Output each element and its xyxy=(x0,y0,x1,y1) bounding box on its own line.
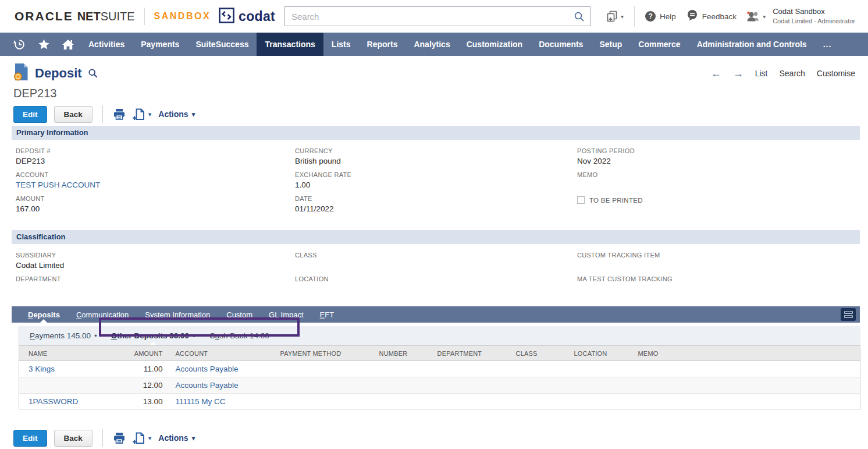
edit-button[interactable]: Edit xyxy=(13,430,47,447)
subtab-other-deposits[interactable]: Other Deposits 36.00 xyxy=(104,326,202,345)
nav-item-more[interactable]: ... xyxy=(815,33,840,56)
account-switcher[interactable]: Codat Sandbox Codat Limited - Administra… xyxy=(773,7,855,25)
nav-item-administration[interactable]: Administration and Controls xyxy=(689,33,815,56)
search-icon[interactable] xyxy=(574,11,585,24)
codat-wordmark: codat xyxy=(239,9,275,24)
col-location: LOCATION xyxy=(566,346,630,361)
actions-label: Actions xyxy=(158,109,188,119)
tab-custom[interactable]: Custom xyxy=(218,306,261,323)
shortcuts-star-icon[interactable] xyxy=(31,33,56,56)
deposit-record-icon xyxy=(13,63,29,83)
toggle-view-icon[interactable] xyxy=(841,308,856,321)
account-role: Codat Limited - Administrator xyxy=(773,17,855,25)
save-as-new-icon[interactable] xyxy=(133,432,152,444)
other-deposits-table: NAME AMOUNT ACCOUNT PAYMENT METHOD NUMBE… xyxy=(19,345,860,410)
help-menu[interactable]: Help xyxy=(645,11,676,22)
nav-item-suitesuccess[interactable]: SuiteSuccess xyxy=(187,33,257,56)
record-search-icon[interactable] xyxy=(88,68,98,80)
feedback-icon xyxy=(686,9,698,23)
codat-icon xyxy=(219,8,234,26)
subtab-payments[interactable]: Payments 145.00 xyxy=(23,326,104,345)
table-row[interactable]: 12.00 Accounts Payable xyxy=(19,377,860,394)
print-icon[interactable] xyxy=(113,108,126,121)
col-name: NAME xyxy=(19,346,127,361)
field-currency: CURRENCY British pound xyxy=(295,147,577,166)
field-class: CLASS xyxy=(295,252,577,270)
customise-link[interactable]: Customise xyxy=(817,69,855,78)
help-label: Help xyxy=(660,12,676,21)
global-search xyxy=(284,6,590,26)
save-as-new-icon[interactable] xyxy=(133,108,152,121)
sandbox-label: SANDBOX xyxy=(154,11,211,22)
global-search-input[interactable] xyxy=(285,12,590,22)
list-link[interactable]: List xyxy=(755,69,768,78)
divider xyxy=(634,6,635,27)
nav-item-commerce[interactable]: Commerce xyxy=(630,33,688,56)
nav-item-setup[interactable]: Setup xyxy=(591,33,630,56)
classification-fields: SUBSIDIARY Codat Limited DEPARTMENT CLAS… xyxy=(0,244,868,299)
table-row[interactable]: 3 Kings 11.00 Accounts Payable xyxy=(19,361,860,377)
tab-system-information[interactable]: System Information xyxy=(137,306,218,323)
tab-communication[interactable]: Communication xyxy=(68,306,137,323)
account-link[interactable]: Accounts Payable xyxy=(176,365,239,373)
deposits-subtabbar: Payments 145.00 Other Deposits 36.00 Cas… xyxy=(18,326,860,345)
col-class: CLASS xyxy=(508,346,566,361)
table-row[interactable]: 1PASSWORD 13.00 111115 My CC xyxy=(19,394,860,410)
nav-item-documents[interactable]: Documents xyxy=(531,33,591,56)
deposit-page: Deposit List Search Customise DEP213 Edi… xyxy=(0,56,868,447)
field-custom-tracking-item: CUSTOM TRACKING ITEM xyxy=(577,252,868,270)
nav-item-payments[interactable]: Payments xyxy=(133,33,187,56)
actions-menu[interactable]: Actions xyxy=(158,433,195,443)
tab-deposits[interactable]: Deposits xyxy=(20,306,68,323)
back-button[interactable]: Back xyxy=(54,106,93,123)
field-ma-test-custom-tracking: MA TEST CUSTOM TRACKING xyxy=(577,275,868,294)
col-number: NUMBER xyxy=(371,346,429,361)
to-be-printed-checkbox[interactable] xyxy=(577,196,585,204)
record-toolbar-bottom: Edit Back Actions xyxy=(13,429,868,447)
previous-record-arrow-icon[interactable] xyxy=(711,68,721,79)
field-memo: MEMO xyxy=(577,171,868,190)
field-subsidiary: SUBSIDIARY Codat Limited xyxy=(16,252,295,270)
divider xyxy=(144,8,145,25)
back-button[interactable]: Back xyxy=(54,430,93,447)
help-icon xyxy=(645,11,656,22)
oracle-netsuite-logo: ORACLE NETSUITE xyxy=(15,9,135,23)
print-icon[interactable] xyxy=(113,432,126,444)
nav-item-lists[interactable]: Lists xyxy=(323,33,359,56)
primary-information-header: Primary Information xyxy=(12,126,860,140)
nav-item-reports[interactable]: Reports xyxy=(359,33,406,56)
name-link[interactable]: 1PASSWORD xyxy=(29,397,78,406)
record-toolbar-top: Edit Back Actions xyxy=(13,105,868,123)
account-link[interactable]: TEST PUSH ACCOUNT xyxy=(16,181,295,190)
col-memo: MEMO xyxy=(630,346,860,361)
search-link[interactable]: Search xyxy=(780,69,805,78)
name-link[interactable]: 3 Kings xyxy=(29,365,55,373)
field-to-be-printed: TO BE PRINTED xyxy=(577,196,868,204)
nav-item-transactions[interactable]: Transactions xyxy=(257,33,323,56)
tab-gl-impact[interactable]: GL Impact xyxy=(261,306,312,323)
main-nav: Activities Payments SuiteSuccess Transac… xyxy=(0,33,868,56)
record-id: DEP213 xyxy=(13,87,868,100)
recent-records-icon[interactable] xyxy=(7,33,31,56)
next-record-arrow-icon[interactable] xyxy=(733,68,744,79)
roles-icon[interactable] xyxy=(746,10,766,23)
subtab-cash-back[interactable]: Cash Back 14.00 xyxy=(202,326,283,345)
account-link[interactable]: 111115 My CC xyxy=(176,397,226,406)
header-actions: Help Feedback Codat Sandbox Codat Limite… xyxy=(606,6,855,27)
home-icon[interactable] xyxy=(56,33,80,56)
actions-menu[interactable]: Actions xyxy=(158,109,195,119)
record-tabbar: Deposits Communication System Informatio… xyxy=(12,306,860,323)
create-new-icon[interactable] xyxy=(606,10,624,23)
tab-eft[interactable]: EFT xyxy=(312,306,343,323)
col-payment-method: PAYMENT METHOD xyxy=(272,346,371,361)
nav-item-analytics[interactable]: Analytics xyxy=(405,33,458,56)
feedback-menu[interactable]: Feedback xyxy=(686,9,737,23)
account-link[interactable]: Accounts Payable xyxy=(176,381,239,390)
field-account: ACCOUNT TEST PUSH ACCOUNT xyxy=(16,171,295,190)
edit-button[interactable]: Edit xyxy=(13,106,47,123)
nav-item-customization[interactable]: Customization xyxy=(458,33,531,56)
top-header: ORACLE NETSUITE SANDBOX codat Help Feedb… xyxy=(0,0,868,33)
netsuite-wordmark-light: SUITE xyxy=(101,10,135,23)
col-amount: AMOUNT xyxy=(127,346,168,361)
nav-item-activities[interactable]: Activities xyxy=(80,33,133,56)
